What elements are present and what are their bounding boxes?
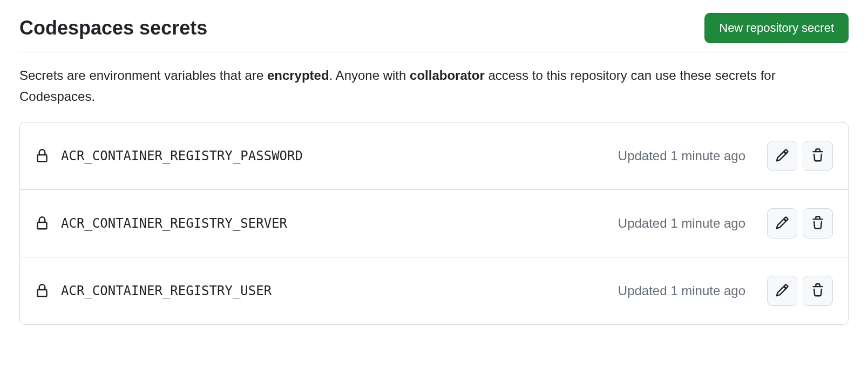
- edit-secret-button[interactable]: [767, 208, 797, 238]
- secret-updated: Updated 1 minute ago: [618, 283, 745, 298]
- secret-row: ACR_CONTAINER_REGISTRY_PASSWORD Updated …: [20, 122, 848, 189]
- edit-secret-button[interactable]: [767, 276, 797, 306]
- secret-name: ACR_CONTAINER_REGISTRY_SERVER: [61, 216, 618, 231]
- secrets-description: Secrets are environment variables that a…: [19, 65, 849, 107]
- new-repository-secret-button[interactable]: New repository secret: [704, 13, 849, 43]
- header-row: Codespaces secrets New repository secret: [19, 13, 849, 52]
- lock-icon: [35, 148, 61, 164]
- desc-emphasis-encrypted: encrypted: [267, 68, 329, 83]
- delete-secret-button[interactable]: [803, 141, 833, 171]
- secret-name: ACR_CONTAINER_REGISTRY_USER: [61, 283, 618, 298]
- page-title: Codespaces secrets: [19, 17, 207, 39]
- delete-secret-button[interactable]: [803, 276, 833, 306]
- pencil-icon: [775, 148, 789, 164]
- secret-row: ACR_CONTAINER_REGISTRY_USER Updated 1 mi…: [20, 257, 848, 324]
- secret-updated: Updated 1 minute ago: [618, 216, 745, 231]
- desc-text: Secrets are environment variables that a…: [19, 68, 267, 83]
- secret-row: ACR_CONTAINER_REGISTRY_SERVER Updated 1 …: [20, 189, 848, 257]
- delete-secret-button[interactable]: [803, 208, 833, 238]
- edit-secret-button[interactable]: [767, 141, 797, 171]
- desc-emphasis-collaborator: collaborator: [410, 68, 485, 83]
- secret-updated: Updated 1 minute ago: [618, 148, 745, 163]
- desc-text: . Anyone with: [329, 68, 410, 83]
- trash-icon: [811, 283, 825, 299]
- secret-actions: [767, 276, 833, 306]
- secret-actions: [767, 141, 833, 171]
- pencil-icon: [775, 216, 789, 231]
- lock-icon: [35, 215, 61, 231]
- codespaces-secrets-panel: Codespaces secrets New repository secret…: [0, 0, 868, 338]
- trash-icon: [811, 148, 825, 164]
- secret-name: ACR_CONTAINER_REGISTRY_PASSWORD: [61, 148, 618, 163]
- lock-icon: [35, 283, 61, 299]
- secret-actions: [767, 208, 833, 238]
- secrets-list: ACR_CONTAINER_REGISTRY_PASSWORD Updated …: [19, 122, 849, 325]
- trash-icon: [811, 216, 825, 231]
- pencil-icon: [775, 283, 789, 299]
